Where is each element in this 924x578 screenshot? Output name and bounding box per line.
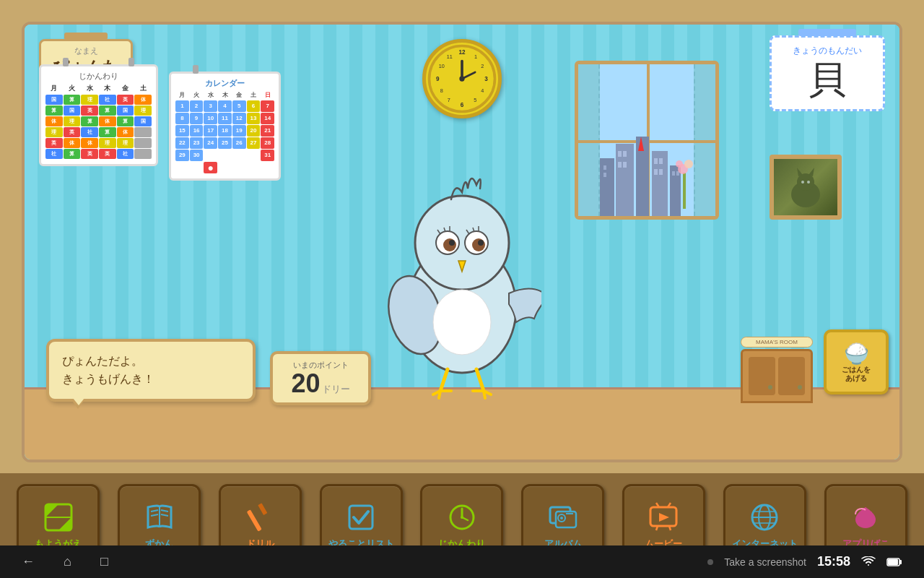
svg-rect-27	[654, 158, 658, 164]
svg-line-59	[476, 369, 484, 391]
svg-text:5: 5	[474, 97, 476, 103]
svg-rect-102	[899, 560, 902, 564]
svg-line-76	[161, 510, 168, 512]
svg-text:2: 2	[481, 63, 484, 69]
internet-icon	[749, 501, 780, 533]
system-nav: ← ⌂ □	[22, 554, 108, 569]
cityscape-svg	[600, 129, 701, 216]
svg-text:9: 9	[436, 76, 440, 82]
svg-text:6: 6	[461, 102, 464, 108]
svg-marker-40	[797, 168, 803, 176]
scene: なまえ ぴょんた 12 3 6 9 1 2 4 5 7 8	[22, 22, 902, 462]
nametag-label: なまえ	[53, 46, 119, 56]
svg-text:10: 10	[439, 63, 445, 69]
svg-rect-29	[654, 169, 658, 175]
sys-dot	[707, 559, 713, 565]
svg-marker-41	[808, 168, 814, 176]
points-panel: いまのポイント 20 ドリー	[270, 351, 371, 405]
clock: 12 3 6 9 1 2 4 5 7 8 10 11	[422, 39, 502, 118]
clock-svg: 12 3 6 9 1 2 4 5 7 8 10 11	[426, 43, 498, 115]
home-button[interactable]: ⌂	[64, 554, 71, 569]
svg-text:1: 1	[474, 53, 477, 60]
svg-point-36	[684, 160, 693, 168]
cal-row: 1 2 3 4 5 6 7	[175, 100, 274, 112]
svg-rect-22	[618, 162, 622, 168]
svg-point-84	[461, 516, 463, 519]
gohan-button[interactable]: 🍚 ごはんを あげる	[824, 329, 889, 394]
cal-row: ●	[175, 162, 274, 173]
mamas-room-door	[741, 349, 813, 403]
door-knob-right	[798, 385, 802, 389]
movie-icon	[648, 501, 679, 533]
timetable[interactable]: じかんわり 月 火 水 木 金 土 国 算 理 社 英 体 算 国	[39, 64, 158, 166]
photo-frame	[770, 155, 842, 220]
svg-rect-16	[600, 158, 614, 216]
svg-text:12: 12	[458, 49, 466, 56]
tt-row: 理 英 社 算 体	[45, 127, 152, 137]
tt-row: 算 国 英 算 国 理	[45, 105, 152, 116]
photo-inner	[774, 159, 837, 215]
drill-icon	[244, 501, 276, 533]
svg-text:3: 3	[484, 76, 488, 82]
svg-point-49	[472, 238, 485, 251]
cal-header: 月 火 水 木 金 土 日	[175, 91, 274, 99]
yarukoto-icon	[345, 501, 377, 533]
album-icon	[547, 501, 579, 533]
door-knob-left	[768, 385, 772, 389]
zukan-icon	[144, 501, 175, 533]
appribako-icon	[850, 501, 881, 533]
question-card[interactable]: きょうのもんだい 貝	[770, 35, 885, 111]
svg-rect-34	[683, 173, 686, 209]
svg-point-51	[478, 240, 484, 246]
speech-bubble: ぴょんただよ。 きょうもげんき！	[46, 339, 256, 402]
mamas-room[interactable]: MAMA'S ROOM	[741, 337, 813, 402]
svg-rect-28	[659, 158, 663, 164]
svg-point-88	[560, 517, 563, 519]
question-kanji: 貝	[786, 57, 868, 102]
svg-point-43	[807, 181, 810, 184]
tt-header: 月 火 水 木 金 土	[45, 84, 152, 93]
cal-row: 8 9 10 11 12 13 14	[175, 113, 274, 124]
back-button[interactable]: ←	[22, 554, 35, 569]
svg-rect-23	[623, 162, 627, 168]
svg-line-77	[161, 514, 168, 516]
cal-row: 22 23 24 25 26 27 28	[175, 137, 274, 149]
svg-point-42	[801, 181, 804, 184]
cal-row: 15 16 17 18 19 20 21	[175, 125, 274, 137]
svg-marker-93	[659, 513, 669, 522]
svg-text:7: 7	[448, 97, 450, 103]
svg-line-55	[440, 369, 448, 391]
svg-rect-30	[659, 169, 663, 175]
door-panel-right	[778, 357, 805, 395]
points-unit: ドリー	[322, 383, 350, 396]
tt-row: 国 算 理 社 英 体	[45, 95, 152, 105]
svg-text:8: 8	[440, 87, 443, 94]
svg-point-37	[676, 160, 683, 168]
app-container: なまえ ぴょんた 12 3 6 9 1 2 4 5 7 8	[0, 0, 924, 578]
points-value: 20	[291, 371, 320, 397]
tt-row: 社 算 英 英 社	[45, 149, 152, 159]
screenshot-text: Take a screenshot	[724, 556, 806, 568]
moyougae-icon	[43, 501, 74, 533]
timetable-title: じかんわり	[45, 71, 152, 82]
cal-row: 29 30 31	[175, 150, 274, 161]
tt-row: 体 理 算 体 算 国	[45, 116, 152, 126]
wall-window	[575, 61, 719, 220]
svg-rect-17	[603, 165, 606, 170]
bird-character[interactable]	[383, 142, 541, 402]
svg-point-48	[443, 238, 456, 251]
gohan-icon: 🍚	[844, 342, 869, 366]
speech-text: ぴょんただよ。 きょうもげんき！	[62, 352, 240, 389]
svg-rect-18	[603, 173, 606, 177]
calendar[interactable]: カレンダー 月 火 水 木 金 土 日 1 2 3 4 5 6 7	[169, 72, 281, 181]
clock-container: 12 3 6 9 1 2 4 5 7 8 10 11	[422, 39, 502, 118]
recent-button[interactable]: □	[100, 554, 108, 569]
gohan-label: ごはんを あげる	[842, 366, 871, 383]
svg-marker-70	[45, 504, 58, 517]
svg-rect-21	[623, 151, 627, 157]
svg-point-15	[459, 76, 464, 81]
svg-point-54	[433, 290, 491, 355]
system-status: Take a screenshot 15:58	[707, 554, 902, 569]
wifi-icon	[861, 556, 876, 568]
svg-rect-78	[247, 509, 262, 532]
